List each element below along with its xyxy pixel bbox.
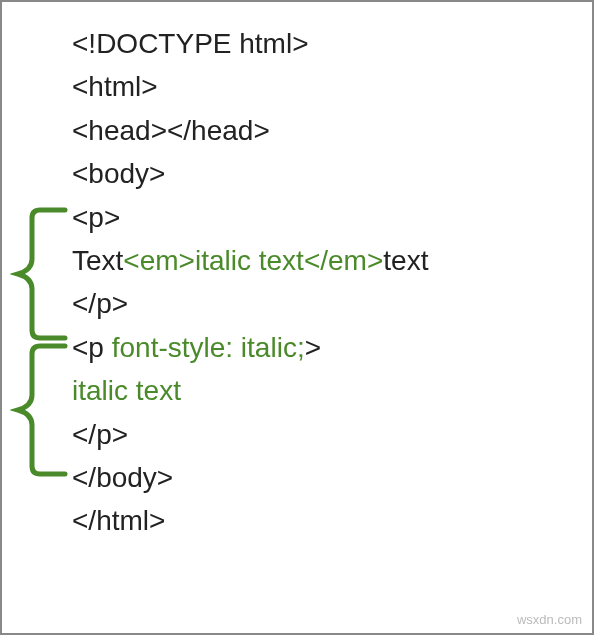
code-line: <body>: [72, 152, 592, 195]
code-line: </html>: [72, 499, 592, 542]
code-text: <html>: [72, 71, 158, 102]
code-text: <p>: [72, 202, 120, 233]
code-text: </p>: [72, 288, 128, 319]
code-line: </p>: [72, 282, 592, 325]
code-tag: </em>: [304, 245, 383, 276]
bracket-icon: [10, 204, 70, 344]
code-block: <!DOCTYPE html> <html> <head></head> <bo…: [72, 22, 592, 543]
code-line: <p>: [72, 196, 592, 239]
code-line: <html>: [72, 65, 592, 108]
code-text: </html>: [72, 505, 165, 536]
code-line: <!DOCTYPE html>: [72, 22, 592, 65]
code-text: <p: [72, 332, 112, 363]
code-line: </p>: [72, 413, 592, 456]
code-line: </body>: [72, 456, 592, 499]
code-line: <p font-style: italic;>: [72, 326, 592, 369]
code-text: <body>: [72, 158, 165, 189]
code-text: <head></head>: [72, 115, 270, 146]
code-text: text: [383, 245, 428, 276]
code-line: italic text: [72, 369, 592, 412]
watermark-text: wsxdn.com: [517, 612, 582, 627]
code-text: >: [305, 332, 321, 363]
code-text: italic text: [72, 375, 181, 406]
code-text: <!DOCTYPE html>: [72, 28, 309, 59]
code-line: <head></head>: [72, 109, 592, 152]
code-card: <!DOCTYPE html> <html> <head></head> <bo…: [0, 0, 594, 635]
code-tag: <em>: [123, 245, 195, 276]
code-text: Text: [72, 245, 123, 276]
bracket-icon: [10, 340, 70, 480]
code-text: </body>: [72, 462, 173, 493]
code-text: italic text: [195, 245, 304, 276]
code-line: Text<em>italic text</em>text: [72, 239, 592, 282]
code-text: </p>: [72, 419, 128, 450]
code-attr: font-style: italic;: [112, 332, 305, 363]
